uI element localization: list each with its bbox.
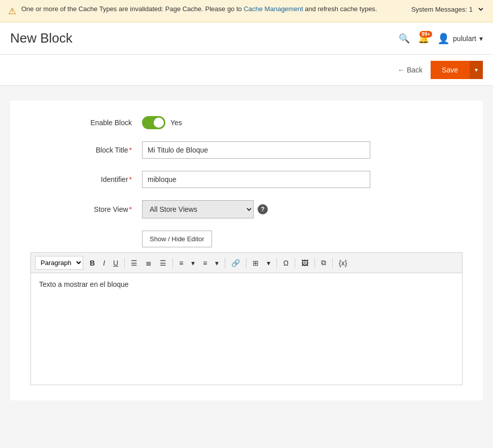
main-content: Enable Block Yes Block Title* Identifier… [0,86,493,448]
align-right-button[interactable]: ☰ [156,257,170,269]
toolbar-divider-7 [314,258,315,268]
store-view-required: * [129,205,132,213]
user-avatar-icon: 👤 [437,32,450,45]
layers-icon: ⧉ [321,258,326,267]
ordered-list-button[interactable]: ≡ [199,257,210,269]
show-hide-editor-button[interactable]: Show / Hide Editor [142,231,212,247]
ordered-list-dropdown-button[interactable]: ▾ [212,257,222,269]
editor-toolbar: Paragraph B I U ☰ ≣ ☰ ≡ [31,253,462,273]
unordered-list-dropdown-button[interactable]: ▾ [188,257,198,269]
link-icon: 🔗 [231,259,240,267]
save-dropdown-icon: ▾ [475,66,478,73]
editor-content[interactable]: Texto a mostrar en el bloque [31,273,462,385]
table-button[interactable]: ⊞ [249,257,262,269]
show-hide-wrapper: Show / Hide Editor [142,231,463,247]
underline-button[interactable]: U [110,257,122,269]
toolbar-divider-6 [295,258,295,268]
layers-button[interactable]: ⧉ [318,256,330,269]
toolbar-divider-8 [332,258,333,268]
toolbar-divider-4 [246,258,246,268]
identifier-required: * [129,175,132,183]
link-button[interactable]: 🔗 [228,257,243,269]
toggle-yes-label: Yes [170,119,182,127]
save-button-group: Save ▾ [431,61,483,79]
ordered-list-dropdown-icon: ▾ [215,259,219,267]
align-left-icon: ☰ [131,259,137,267]
align-left-button[interactable]: ☰ [127,257,141,269]
ordered-list-icon: ≡ [203,259,207,267]
block-title-input[interactable] [142,141,370,159]
identifier-input[interactable] [142,171,370,188]
cache-management-link[interactable]: Cache Management [243,5,303,13]
enable-block-label: Enable Block [30,119,142,127]
block-title-label: Block Title* [30,146,142,154]
editor-container: Paragraph B I U ☰ ≣ ☰ ≡ [30,252,463,385]
warning-text: One or more of the Cache Types are inval… [21,5,377,13]
user-menu-button[interactable]: 👤 pululart ▾ [437,32,483,45]
identifier-label: Identifier* [30,175,142,183]
page-title: New Block [10,30,73,46]
save-dropdown-button[interactable]: ▾ [469,61,483,79]
variable-button[interactable]: {x} [335,257,350,269]
image-button[interactable]: 🖼 [298,257,312,269]
form-section: Enable Block Yes Block Title* Identifier… [10,101,483,400]
user-name: pululart [453,34,476,43]
warning-right: System Messages: 1 [411,5,485,14]
enable-block-toggle-wrapper: Yes [142,116,182,129]
bold-button[interactable]: B [86,257,98,269]
store-view-help-icon[interactable]: ? [258,204,268,214]
unordered-list-dropdown-icon: ▾ [191,259,195,267]
toolbar-divider-1 [124,258,125,268]
italic-button[interactable]: I [99,257,109,269]
align-center-button[interactable]: ≣ [142,257,155,269]
block-title-row: Block Title* [30,141,463,159]
store-view-label: Store View* [30,205,142,213]
special-char-button[interactable]: Ω [279,257,292,269]
warning-icon: ⚠ [8,6,16,17]
notification-button[interactable]: 🔔 99+ [418,33,429,44]
save-button[interactable]: Save [431,61,469,79]
toolbar-divider-2 [172,258,173,268]
store-view-wrapper: All Store Views ? [142,200,268,218]
search-icon: 🔍 [399,33,410,44]
warning-message-prefix: One or more of the Cache Types are inval… [21,5,243,13]
enable-block-toggle[interactable] [142,116,165,129]
toolbar-divider-3 [225,258,225,268]
system-messages-dropdown[interactable] [475,5,485,14]
align-center-icon: ≣ [146,259,152,267]
enable-block-row: Enable Block Yes [30,116,463,129]
chevron-down-icon: ▾ [479,34,483,43]
action-bar: ← Back Save ▾ [0,55,493,86]
unordered-list-icon: ≡ [179,259,183,267]
warning-bar-left: ⚠ One or more of the Cache Types are inv… [8,5,411,17]
store-view-select[interactable]: All Store Views [142,200,254,218]
warning-message-suffix: and refresh cache types. [303,5,377,13]
store-view-row: Store View* All Store Views ? [30,200,463,218]
system-messages-count: 1 [469,6,473,13]
search-button[interactable]: 🔍 [399,33,410,44]
toolbar-divider-5 [276,258,277,268]
table-dropdown-icon: ▾ [267,259,270,267]
toggle-slider [142,116,165,129]
header-icons: 🔍 🔔 99+ 👤 pululart ▾ [399,32,483,45]
unordered-list-button[interactable]: ≡ [175,257,187,269]
table-dropdown-button[interactable]: ▾ [263,257,274,269]
system-messages-label: System Messages: [411,6,467,13]
block-title-required: * [129,146,132,154]
identifier-row: Identifier* [30,171,463,188]
paragraph-select[interactable]: Paragraph [35,256,83,270]
top-header: New Block 🔍 🔔 99+ 👤 pululart ▾ [0,22,493,55]
image-icon: 🖼 [301,259,308,267]
align-right-icon: ☰ [160,259,166,267]
table-icon: ⊞ [253,259,259,267]
warning-bar: ⚠ One or more of the Cache Types are inv… [0,0,493,22]
notification-badge: 99+ [419,31,432,38]
back-link[interactable]: ← Back [398,66,422,74]
